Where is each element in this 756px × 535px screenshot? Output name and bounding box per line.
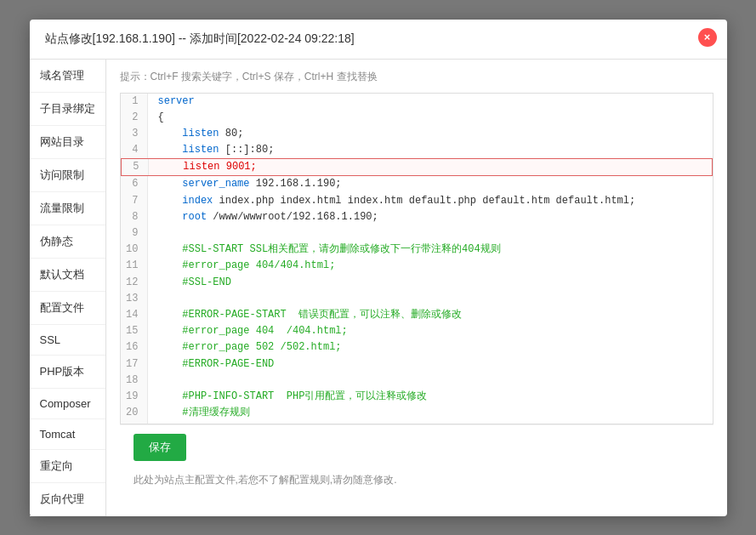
line-content: #SSL-END <box>148 275 231 291</box>
modal-overlay: 站点修改[192.168.1.190] -- 添加时间[2022-02-24 0… <box>0 0 756 535</box>
code-editor[interactable]: 1server2{3 listen 80;4 listen [::]:80;5 … <box>120 93 713 424</box>
line-content: server <box>148 94 195 110</box>
line-number: 14 <box>121 307 148 323</box>
modal-title: 站点修改[192.168.1.190] -- 添加时间[2022-02-24 0… <box>45 31 355 47</box>
hint-bar: 提示：Ctrl+F 搜索关键字，Ctrl+S 保存，Ctrl+H 查找替换 <box>120 70 713 84</box>
code-line-13: 13 <box>121 291 713 307</box>
line-number: 3 <box>121 126 148 142</box>
line-content: root /www/wwwroot/192.168.1.190; <box>148 209 378 225</box>
line-content: index index.php index.html index.htm def… <box>148 193 636 209</box>
code-line-4: 4 listen [::]:80; <box>121 142 713 158</box>
line-number: 6 <box>121 176 148 192</box>
line-content: #error_page 502 /502.html; <box>148 339 342 356</box>
line-number: 18 <box>121 373 148 389</box>
line-number: 16 <box>121 339 148 356</box>
modal-header: 站点修改[192.168.1.190] -- 添加时间[2022-02-24 0… <box>30 20 727 60</box>
code-line-17: 17 #ERROR-PAGE-END <box>121 356 713 373</box>
code-line-1: 1server <box>121 94 713 110</box>
line-content: listen 80; <box>148 126 244 142</box>
sidebar-item-1[interactable]: 子目录绑定 <box>30 93 105 126</box>
sidebar-item-0[interactable]: 域名管理 <box>30 60 105 93</box>
line-number: 1 <box>121 94 148 110</box>
line-number: 9 <box>121 225 148 242</box>
line-number: 11 <box>121 258 148 274</box>
sidebar-item-10[interactable]: Composer <box>30 389 105 419</box>
close-button[interactable]: × <box>698 28 717 47</box>
code-line-6: 6 server_name 192.168.1.190; <box>121 176 713 192</box>
line-number: 2 <box>121 110 148 126</box>
line-number: 20 <box>121 405 148 421</box>
line-number: 5 <box>122 159 149 175</box>
code-line-7: 7 index index.php index.html index.htm d… <box>121 193 713 209</box>
code-line-15: 15 #error_page 404 /404.html; <box>121 323 713 339</box>
line-content: #PHP-INFO-START PHP引用配置，可以注释或修改 <box>148 389 428 405</box>
line-number: 15 <box>121 323 148 339</box>
sidebar-item-9[interactable]: PHP版本 <box>30 356 105 389</box>
line-content: #清理缓存规则 <box>148 405 250 421</box>
sidebar-item-4[interactable]: 流量限制 <box>30 192 105 225</box>
line-number: 8 <box>121 209 148 225</box>
line-content: server_name 192.168.1.190; <box>148 176 342 192</box>
code-line-3: 3 listen 80; <box>121 126 713 142</box>
modal-dialog: 站点修改[192.168.1.190] -- 添加时间[2022-02-24 0… <box>30 20 727 516</box>
code-line-2: 2{ <box>121 110 713 126</box>
sidebar-item-13[interactable]: 反向代理 <box>30 483 105 516</box>
code-line-5: 5 listen 9001; <box>121 158 713 176</box>
line-number: 7 <box>121 193 148 209</box>
line-number: 10 <box>121 242 148 258</box>
sidebar-item-7[interactable]: 配置文件 <box>30 292 105 325</box>
code-line-20: 20 #清理缓存规则 <box>121 405 713 421</box>
code-line-16: 16 #error_page 502 /502.html; <box>121 339 713 356</box>
code-line-8: 8 root /www/wwwroot/192.168.1.190; <box>121 209 713 225</box>
line-number: 4 <box>121 142 148 158</box>
line-content: listen 9001; <box>149 159 257 175</box>
line-number: 12 <box>121 275 148 291</box>
sidebar-item-3[interactable]: 访问限制 <box>30 159 105 192</box>
sidebar-item-5[interactable]: 伪静态 <box>30 225 105 259</box>
content-area: 提示：Ctrl+F 搜索关键字，Ctrl+S 保存，Ctrl+H 查找替换 1s… <box>106 60 727 516</box>
line-content: listen [::]:80; <box>148 142 275 158</box>
line-content: #error_page 404/404.html; <box>148 258 336 274</box>
footer-note: 此处为站点主配置文件,若您不了解配置规则,请勿随意修改. <box>134 473 397 487</box>
sidebar-item-2[interactable]: 网站目录 <box>30 126 105 159</box>
sidebar-item-6[interactable]: 默认文档 <box>30 259 105 292</box>
code-line-18: 18 <box>121 373 713 389</box>
line-number: 19 <box>121 389 148 405</box>
line-content: #ERROR-PAGE-END <box>148 356 275 373</box>
line-number: 13 <box>121 291 148 307</box>
line-content: #SSL-START SSL相关配置，请勿删除或修改下一行带注释的404规则 <box>148 242 501 258</box>
code-line-9: 9 <box>121 225 713 242</box>
code-line-10: 10 #SSL-START SSL相关配置，请勿删除或修改下一行带注释的404规… <box>121 242 713 258</box>
sidebar-item-11[interactable]: Tomcat <box>30 419 105 450</box>
sidebar-item-8[interactable]: SSL <box>30 325 105 356</box>
save-button[interactable]: 保存 <box>134 434 186 461</box>
modal-body: 域名管理子目录绑定网站目录访问限制流量限制伪静态默认文档配置文件SSLPHP版本… <box>30 60 727 516</box>
line-number: 17 <box>121 356 148 373</box>
code-line-11: 11 #error_page 404/404.html; <box>121 258 713 274</box>
line-content: { <box>148 110 164 126</box>
code-line-14: 14 #ERROR-PAGE-START 错误页配置，可以注释、删除或修改 <box>121 307 713 323</box>
code-line-19: 19 #PHP-INFO-START PHP引用配置，可以注释或修改 <box>121 389 713 405</box>
sidebar: 域名管理子目录绑定网站目录访问限制流量限制伪静态默认文档配置文件SSLPHP版本… <box>30 60 106 516</box>
line-content: #ERROR-PAGE-START 错误页配置，可以注释、删除或修改 <box>148 307 463 323</box>
footer-bar: 保存 此处为站点主配置文件,若您不了解配置规则,请勿随意修改. <box>120 424 713 496</box>
sidebar-item-12[interactable]: 重定向 <box>30 450 105 483</box>
line-content: #error_page 404 /404.html; <box>148 323 348 339</box>
code-line-12: 12 #SSL-END <box>121 275 713 291</box>
